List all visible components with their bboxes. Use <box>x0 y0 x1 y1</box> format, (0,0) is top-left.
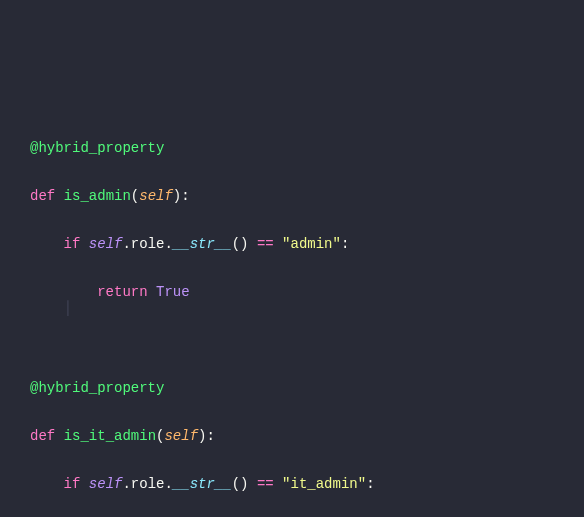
blank-line <box>0 328 584 352</box>
code-line: if self.role.__str__() == "it_admin": <box>0 472 584 496</box>
code-line: return True <box>0 280 584 304</box>
dunder-str: __str__ <box>173 476 232 492</box>
self-ref: self <box>89 236 123 252</box>
keyword-return: return <box>97 284 147 300</box>
param-self: self <box>164 428 198 444</box>
code-editor[interactable]: @hybrid_property def is_admin(self): if … <box>0 96 584 517</box>
dunder-str: __str__ <box>173 236 232 252</box>
keyword-if: if <box>64 236 81 252</box>
code-line: if self.role.__str__() == "admin": <box>0 232 584 256</box>
self-ref: self <box>89 476 123 492</box>
decorator: @hybrid_property <box>30 380 164 396</box>
keyword-if: if <box>64 476 81 492</box>
bool-literal: True <box>156 284 190 300</box>
function-name: is_admin <box>64 188 131 204</box>
keyword-def: def <box>30 428 55 444</box>
code-line: @hybrid_property <box>0 376 584 400</box>
function-name: is_it_admin <box>64 428 156 444</box>
string-literal: "admin" <box>282 236 341 252</box>
code-line: def is_admin(self): <box>0 184 584 208</box>
code-line: @hybrid_property <box>0 136 584 160</box>
code-line: def is_it_admin(self): <box>0 424 584 448</box>
keyword-def: def <box>30 188 55 204</box>
decorator: @hybrid_property <box>30 140 164 156</box>
param-self: self <box>139 188 173 204</box>
string-literal: "it_admin" <box>282 476 366 492</box>
